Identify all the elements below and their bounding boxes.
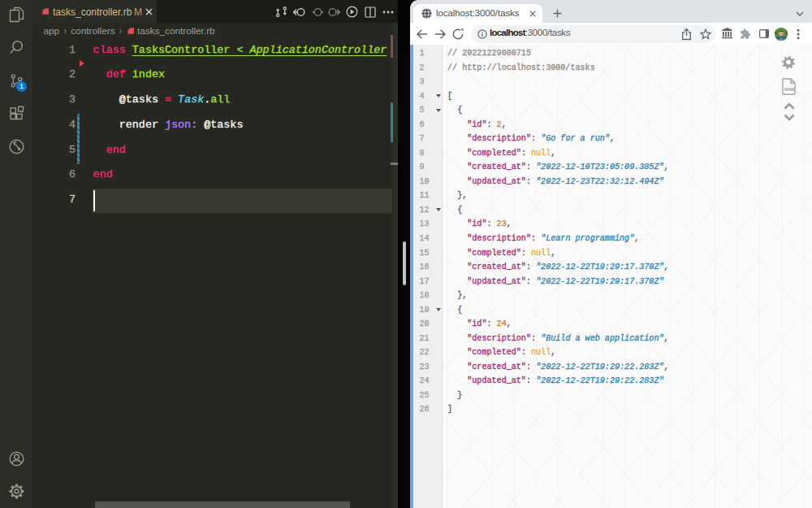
svg-text:RAW: RAW [784,87,795,92]
